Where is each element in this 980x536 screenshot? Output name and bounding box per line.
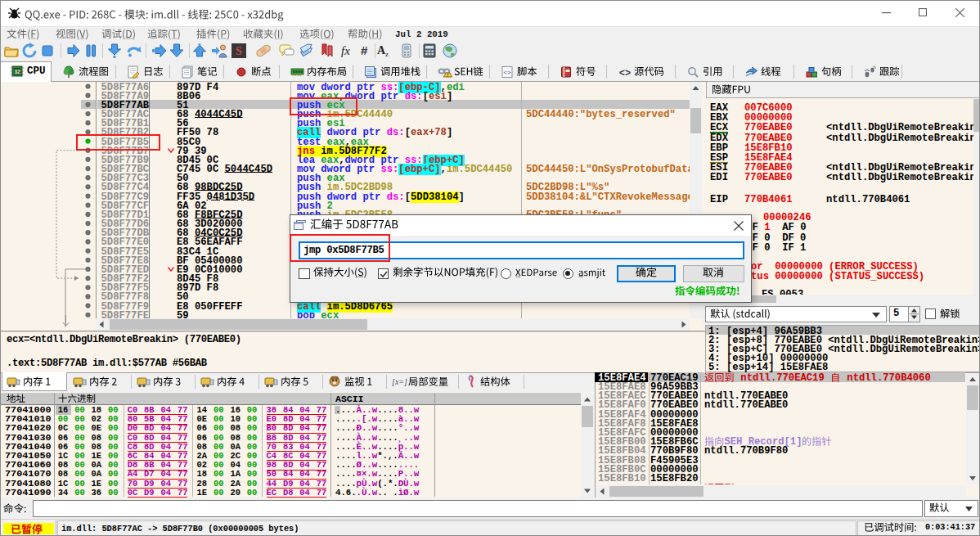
svg-text:!: ! [447, 73, 448, 78]
svg-text:<>: <> [503, 69, 511, 76]
svg-text:32: 32 [14, 69, 20, 74]
svg-text:S: S [236, 45, 242, 57]
svg-text:z: z [385, 50, 389, 58]
svg-text:#: # [361, 43, 368, 57]
svg-text:fx: fx [341, 44, 350, 57]
